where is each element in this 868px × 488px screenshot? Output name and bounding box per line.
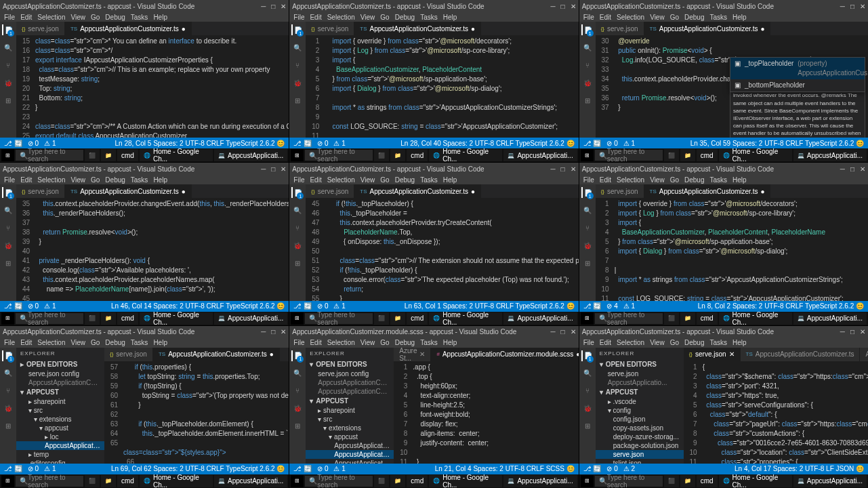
menubar[interactable]: FileEditSelectionViewGoDebugTasksHelp bbox=[0, 12, 289, 22]
vscode-window-3: AppcustApplicationCustomizer.ts - appcus… bbox=[579, 0, 868, 162]
code-editor[interactable]: 15class=class="str">"cm">* You can defin… bbox=[16, 35, 289, 138]
git-icon[interactable]: ⑂ bbox=[3, 60, 14, 70]
start-button[interactable]: ⊞ bbox=[1, 149, 14, 161]
tab-serve[interactable]: {}serve.json bbox=[16, 22, 65, 35]
explorer-sidebar[interactable]: EXPLORER ▸ OPEN EDITORS serve.json confi… bbox=[16, 348, 104, 464]
tab-main[interactable]: TSAppcustApplicationCustomizer.ts● bbox=[65, 22, 192, 35]
selected-file: AppcustApplicationCustomize... bbox=[16, 441, 104, 450]
taskbar-search[interactable]: 🔍 Type here to search bbox=[16, 150, 83, 161]
vscode-window-1: AppcustApplicationCustomizer.ts - appcus… bbox=[0, 0, 289, 162]
debug-icon[interactable]: 🐞 bbox=[3, 77, 14, 88]
explorer-icon[interactable]: 📄 bbox=[2, 24, 13, 35]
intellisense-popup[interactable]: ▣_topPlaceholder(property) AppcustApplic… bbox=[730, 57, 865, 92]
search-icon[interactable]: 🔍 bbox=[3, 42, 14, 53]
vscode-window-2: AppcustApplicationCustomizer.ts - appcus… bbox=[289, 0, 578, 162]
extensions-icon[interactable]: ⊞ bbox=[3, 95, 14, 106]
